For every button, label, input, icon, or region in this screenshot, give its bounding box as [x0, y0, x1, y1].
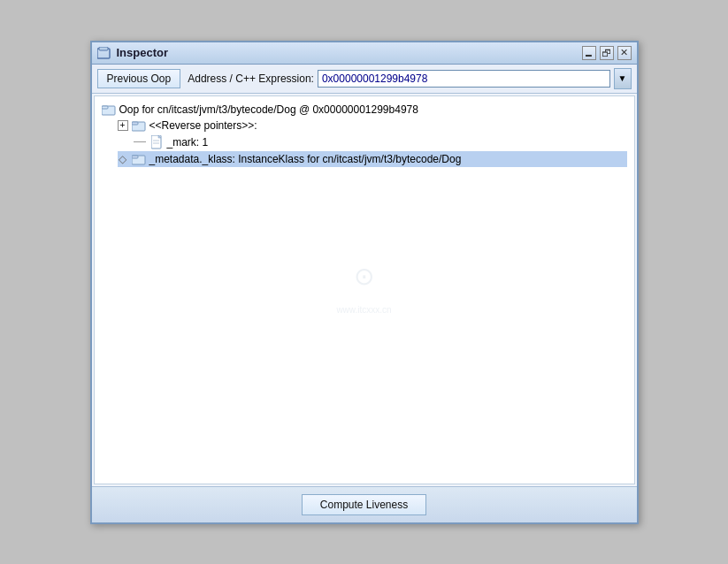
watermark: ⊙www.itcxxx.cn: [336, 261, 391, 318]
svg-rect-3: [102, 106, 108, 109]
bottom-bar: Compute Liveness: [92, 486, 637, 522]
inspector-window: Inspector 🗕 🗗 ✕ Previous Oop Address / C…: [90, 41, 639, 524]
window-title: Inspector: [117, 46, 169, 59]
minimize-button[interactable]: 🗕: [582, 46, 596, 60]
previous-oop-button[interactable]: Previous Oop: [97, 69, 181, 88]
window-icon: [97, 46, 111, 60]
address-input[interactable]: [318, 70, 610, 88]
dropdown-button[interactable]: ▼: [614, 68, 632, 89]
reverse-pointers-label: <<Reverse pointers>>:: [149, 119, 257, 132]
mark-item: _mark: 1: [134, 133, 627, 151]
metadata-klass-label: _metadata._klass: InstanceKlass for cn/i…: [149, 153, 462, 165]
metadata-klass-item[interactable]: ◇ _metadata._klass: InstanceKlass for cn…: [118, 151, 627, 167]
svg-rect-1: [99, 47, 108, 50]
connector: [134, 141, 146, 142]
root-item-text: Oop for cn/itcast/jvm/t3/bytecode/Dog @ …: [119, 103, 418, 116]
compute-liveness-button[interactable]: Compute Liveness: [302, 494, 426, 515]
expand-reverse-pointers[interactable]: +: [118, 120, 128, 131]
title-bar-buttons: 🗕 🗗 ✕: [582, 46, 632, 60]
root-folder-icon: [102, 103, 116, 116]
svg-rect-5: [132, 122, 138, 125]
title-bar-left: Inspector: [97, 46, 169, 60]
title-bar: Inspector 🗕 🗗 ✕: [92, 42, 637, 65]
mark-file-icon: [151, 135, 164, 149]
mark-label: _mark: 1: [167, 136, 209, 149]
toolbar: Previous Oop Address / C++ Expression: ▼: [92, 65, 637, 94]
close-button[interactable]: ✕: [617, 46, 632, 60]
metadata-folder-icon: [132, 153, 146, 165]
content-area: Oop for cn/itcast/jvm/t3/bytecode/Dog @ …: [94, 95, 635, 484]
reverse-pointers-folder-icon: [132, 119, 146, 132]
tree-root-item: Oop for cn/itcast/jvm/t3/bytecode/Dog @ …: [102, 102, 627, 118]
restore-button[interactable]: 🗗: [600, 46, 614, 60]
reverse-pointers-item: + <<Reverse pointers>>:: [118, 118, 627, 133]
metadata-dot: ◇: [118, 154, 128, 164]
svg-rect-10: [132, 156, 138, 158]
address-label: Address / C++ Expression:: [188, 72, 314, 85]
